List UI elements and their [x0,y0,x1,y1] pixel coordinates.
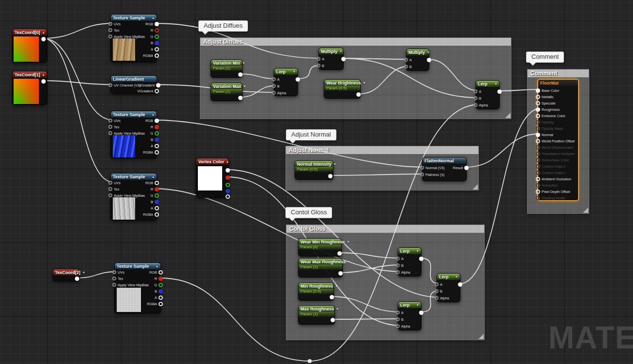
world-displacement-pin[interactable] [536,145,540,150]
g-pin[interactable] [155,131,159,136]
variation-max[interactable]: Variation Max▼Param (1) [211,83,243,101]
a-pin[interactable] [404,58,408,62]
output-pin[interactable] [458,282,462,287]
b-pin[interactable] [404,65,408,69]
normal-v3-pin[interactable] [420,166,424,170]
lerp-1-header[interactable]: Lerp▼ [274,69,298,75]
g-output-pin[interactable] [226,183,230,187]
texcoord-1-header[interactable]: TexCoord[1]▲ [13,71,47,78]
vertex-color-header[interactable]: Vertex Color▲ [196,158,229,165]
multiply-2[interactable]: Multiply▼AB [406,49,429,71]
a-pin[interactable] [396,311,400,314]
collapse-icon[interactable]: ▲ [156,265,158,268]
roughness-pin[interactable] [536,107,540,112]
texture-sample-scratch[interactable]: Texture Sample▲UVsRGBTexRApply View MipB… [110,173,157,221]
b-pin[interactable] [435,289,439,293]
b-pin[interactable] [155,200,159,204]
linear-gradient-header[interactable]: LinearGradient [111,76,157,82]
dropdown-icon[interactable]: ▼ [335,285,338,288]
refraction-pin[interactable] [536,183,540,188]
b-pin[interactable] [396,263,400,267]
comment-adjust-diffues[interactable]: Adjust Diffues [200,37,511,119]
min-roughness[interactable]: Min Roughness▼Param (0.5) [298,282,334,301]
alpha-pin[interactable] [272,91,276,95]
collapse-icon[interactable]: ▲ [152,175,155,178]
collapse-icon[interactable]: ▲ [226,160,229,163]
rgb-pin[interactable] [155,22,159,26]
shading-model-pin[interactable] [536,196,540,200]
dropdown-icon[interactable]: ▼ [427,51,430,54]
rgb-pin[interactable] [155,119,159,123]
output-pin[interactable] [238,72,243,77]
lerp-1[interactable]: Lerp▼ABAlpha [274,68,298,96]
g-pin[interactable] [155,35,159,39]
comment-comment-resize-handle[interactable] [583,208,588,213]
dropdown-icon[interactable]: ▼ [347,241,350,243]
a-pin[interactable] [155,206,159,210]
alpha-pin[interactable] [396,324,400,328]
a-output-pin[interactable] [226,194,230,199]
b-pin[interactable] [396,317,400,321]
output-pin[interactable] [341,57,346,61]
subsurface-color-pin[interactable] [536,158,540,162]
output-pin[interactable] [497,89,502,94]
texcoord-0-header[interactable]: TexCoord[0]▲ [13,29,47,35]
rgba-pin[interactable] [158,302,163,306]
apply-view-mipbias-pin[interactable] [108,193,112,197]
alpha-pin[interactable] [396,270,400,274]
dropdown-icon[interactable]: ▼ [82,271,85,274]
wear-brightness[interactable]: Wear Brightness▼Param (0.5) [324,79,361,99]
wear-min-roughness[interactable]: Wear Min Roughness▼Param (0) [298,238,342,257]
rgb-pin[interactable] [155,181,159,185]
texture-sample-normal[interactable]: Texture Sample▲UVsRGBTexRApply View MipB… [110,111,157,158]
material-graph-canvas[interactable]: MATER Adjust DiffuesAdjust NormalContol … [0,0,633,364]
collapse-icon[interactable]: ▲ [42,31,45,34]
texture-sample-wood-header[interactable]: Texture Sample▲ [111,15,157,21]
custom-data-0-pin[interactable] [536,164,540,169]
uv-output-pin[interactable] [75,277,79,281]
b-pin[interactable] [272,84,276,88]
dropdown-icon[interactable]: ▼ [455,276,458,278]
comment-adjust-normal-resize-handle[interactable] [473,184,478,190]
b-pin[interactable] [155,41,159,45]
tex-pin[interactable] [108,187,112,191]
vgradient-pin[interactable] [155,89,159,93]
alpha-pin[interactable] [474,103,477,107]
dropdown-icon[interactable]: ▼ [243,85,246,88]
uv-output-pin[interactable] [41,79,46,84]
result-pin[interactable] [464,166,469,170]
r-pin[interactable] [155,125,159,129]
dropdown-icon[interactable]: ▼ [336,308,339,311]
lerp-2[interactable]: Lerp▼ABAlpha [475,80,500,109]
dropdown-icon[interactable]: ▼ [416,250,419,253]
texture-sample-noise[interactable]: Texture Sample▲UVsRGBTexRApply View MipB… [114,262,161,313]
uvs-pin[interactable] [112,270,116,274]
ambient-occlusion-pin[interactable] [536,177,540,181]
output-pin[interactable] [331,318,335,322]
dropdown-icon[interactable]: ▼ [494,83,497,86]
base-color-pin[interactable] [536,88,540,93]
b-pin[interactable] [316,64,320,68]
uv-channel-v2-pin[interactable] [108,83,112,87]
output-pin[interactable] [419,311,423,315]
a-pin[interactable] [272,77,276,81]
comment-adjust-diffues-resize-handle[interactable] [505,113,510,118]
flatten-normal-header[interactable]: FlattenNormal [422,157,466,164]
dropdown-icon[interactable]: ▼ [348,260,351,263]
output-pin[interactable] [296,77,300,82]
output-pin[interactable] [337,251,342,256]
texture-sample-normal-header[interactable]: Texture Sample▲ [111,111,157,118]
uvs-pin[interactable] [108,22,112,26]
opacity-pin[interactable] [536,120,540,124]
emissive-color-pin[interactable] [536,114,540,118]
collapse-icon[interactable]: ▲ [152,113,155,116]
output-pin[interactable] [238,96,243,100]
apply-view-mipbias-pin[interactable] [108,35,112,38]
custom-data-1-pin[interactable] [536,171,540,175]
r-pin[interactable] [158,277,163,281]
apply-view-mipbias-pin[interactable] [108,131,112,135]
linear-gradient[interactable]: LinearGradientUV Channel (V2)UGradientVG… [110,75,157,94]
b-pin[interactable] [155,138,159,142]
lerp-3[interactable]: Lerp▼ABAlpha [398,247,422,277]
comment-comment-title[interactable]: Comment [528,69,589,77]
